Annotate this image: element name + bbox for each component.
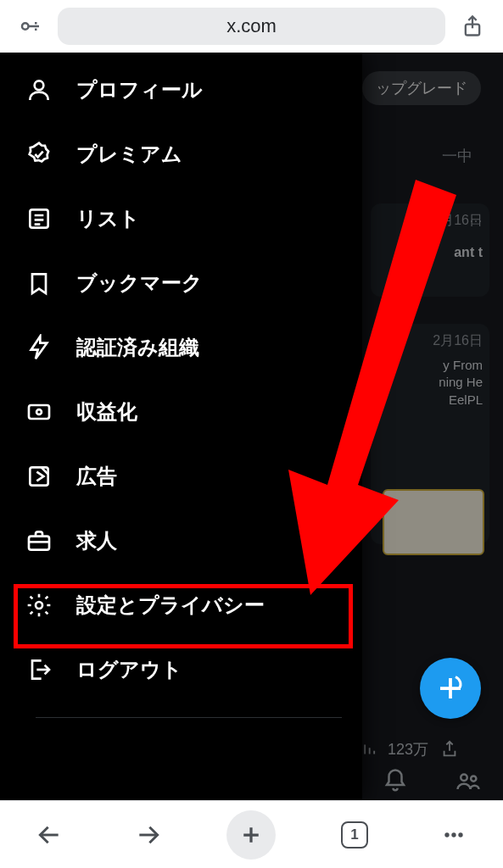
svg-point-14 xyxy=(458,832,462,837)
menu-button[interactable] xyxy=(433,815,474,855)
browser-toolbar: 1 xyxy=(0,800,503,868)
browser-address-bar: x.com xyxy=(0,0,503,53)
profile-icon xyxy=(24,75,54,105)
nav-jobs-label: 求人 xyxy=(76,527,117,554)
bookmark-icon xyxy=(24,268,54,298)
communities-tab[interactable] xyxy=(455,768,481,797)
nav-premium[interactable]: プレミアム xyxy=(0,122,362,186)
compose-icon xyxy=(435,673,466,704)
svg-point-3 xyxy=(471,776,476,781)
bg-card1-date: 月16日 xyxy=(377,212,483,230)
compose-button[interactable] xyxy=(420,658,481,719)
more-icon xyxy=(440,821,467,849)
nav-lists-label: リスト xyxy=(76,205,140,232)
lightning-icon xyxy=(24,332,54,363)
gear-icon xyxy=(24,590,54,620)
nav-premium-label: プレミアム xyxy=(76,141,182,168)
share-button[interactable] xyxy=(454,9,491,43)
ads-icon xyxy=(24,461,54,492)
svg-point-10 xyxy=(36,602,42,609)
briefcase-icon xyxy=(24,526,54,556)
svg-point-13 xyxy=(451,832,455,837)
forward-button[interactable] xyxy=(128,815,169,855)
url-field[interactable]: x.com xyxy=(58,8,445,45)
bg-quote-card xyxy=(383,489,484,555)
nav-ads[interactable]: 広告 xyxy=(0,444,362,509)
page-viewport: ップグレード 一中 … 月16日 ant t 2月16日 y From ning… xyxy=(0,53,503,800)
nav-lists[interactable]: リスト xyxy=(0,186,362,251)
svg-rect-9 xyxy=(29,537,49,550)
nav-monetization[interactable]: 収益化 xyxy=(0,380,362,444)
svg-rect-6 xyxy=(29,405,49,419)
nav-bookmarks-label: ブックマーク xyxy=(76,270,203,297)
svg-point-4 xyxy=(35,81,44,90)
upgrade-pill[interactable]: ップグレード xyxy=(362,71,481,105)
views-count: 123万 xyxy=(388,739,428,760)
nav-monetization-label: 収益化 xyxy=(76,398,137,426)
arrow-right-icon xyxy=(135,821,162,849)
bg-post-stats: 123万 xyxy=(357,739,459,760)
drawer-divider xyxy=(36,717,342,718)
nav-verified-orgs-label: 認証済み組織 xyxy=(76,334,199,361)
nav-logout[interactable]: ログアウト xyxy=(0,637,362,702)
nav-verified-orgs[interactable]: 認証済み組織 xyxy=(0,315,362,380)
site-settings-button[interactable] xyxy=(12,9,49,43)
tabs-button[interactable]: 1 xyxy=(334,815,375,855)
svg-point-0 xyxy=(22,23,29,30)
url-text: x.com xyxy=(226,15,277,37)
lists-icon xyxy=(24,203,54,234)
navigation-drawer: プロフィール プレミアム リスト ブックマーク 認証済み組織 xyxy=(0,53,362,800)
bg-post-card: … 月16日 ant t xyxy=(371,203,489,297)
bg-card1-text: ant t xyxy=(377,245,483,260)
nav-settings-privacy-label: 設定とプライバシー xyxy=(76,592,265,619)
nav-jobs[interactable]: 求人 xyxy=(0,509,362,573)
new-tab-button[interactable] xyxy=(226,810,276,860)
nav-bookmarks[interactable]: ブックマーク xyxy=(0,251,362,315)
nav-profile[interactable]: プロフィール xyxy=(0,58,362,122)
svg-point-12 xyxy=(444,832,449,837)
bg-card2-line2: ning He xyxy=(377,374,483,391)
bg-card2-date: 2月16日 xyxy=(377,332,483,350)
monetization-icon xyxy=(24,397,54,427)
plus-icon xyxy=(238,822,264,848)
tab-count: 1 xyxy=(341,821,368,849)
arrow-left-icon xyxy=(36,821,63,849)
notifications-tab[interactable] xyxy=(383,768,408,797)
nav-settings-privacy[interactable]: 設定とプライバシー xyxy=(0,573,362,637)
share-post-icon xyxy=(440,740,459,759)
nav-profile-label: プロフィール xyxy=(76,76,203,103)
back-button[interactable] xyxy=(29,815,70,855)
bg-card2-line1: y From xyxy=(377,357,483,374)
svg-point-2 xyxy=(461,775,467,782)
bg-sub-text: 一中 xyxy=(442,146,472,166)
svg-point-7 xyxy=(36,409,42,415)
nav-ads-label: 広告 xyxy=(76,463,117,490)
nav-logout-label: ログアウト xyxy=(76,656,182,683)
premium-icon xyxy=(24,139,54,170)
logout-icon xyxy=(24,654,54,685)
bg-card2-line3: EelPL xyxy=(377,392,483,409)
bottom-nav xyxy=(383,768,481,797)
